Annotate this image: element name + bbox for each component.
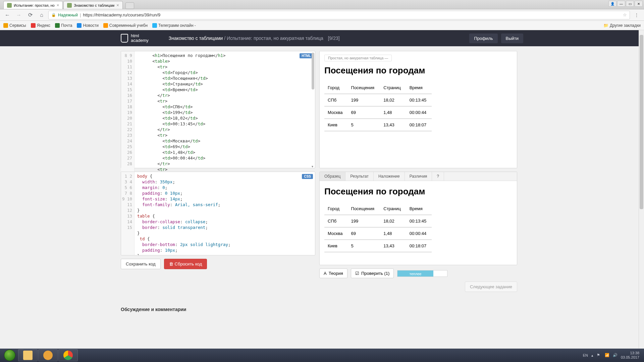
preview-table: ГородПосещенияСтраницВремяСПб19918,0200:…	[324, 82, 432, 131]
taskbar-item-explorer[interactable]	[18, 349, 38, 361]
back-button[interactable]: ←	[3, 10, 12, 20]
code-content[interactable]: <h1>Посещения по городам</h1> <table> <t…	[135, 51, 315, 174]
folder-icon	[23, 351, 33, 360]
table-header-cell: Страниц	[380, 82, 406, 94]
bookmark-star-icon[interactable]: ☆	[623, 12, 627, 17]
user-icon[interactable]: 👤	[608, 1, 616, 7]
table-cell: 00:13:45	[406, 215, 432, 227]
window-controls: 👤 — ▭ ✕	[608, 1, 643, 7]
font-icon: A	[324, 271, 327, 276]
html-badge: HTML	[300, 53, 313, 58]
logo[interactable]: html academy	[121, 34, 149, 43]
profile-button[interactable]: Профиль	[469, 34, 497, 43]
compare-title: Посещения по городам	[324, 186, 512, 197]
tray-chevron-icon[interactable]: ▴	[591, 353, 593, 358]
table-row: СПб19918,0200:13:45	[324, 215, 432, 227]
similarity-progress: теплее	[397, 270, 447, 277]
table-header-cell: Посещения	[348, 82, 380, 94]
task-progress-count: [9/23]	[328, 36, 340, 41]
tab-overlay[interactable]: Наложение	[374, 172, 405, 181]
line-gutter: 1 2 3 4 5 6 7 8 9 10 11 12 13 14 15	[121, 172, 135, 255]
browser-tab[interactable]: Знакомство с таблицам ×	[63, 1, 122, 9]
table-cell: 199	[348, 215, 380, 227]
secure-label: Надежный	[58, 13, 78, 17]
table-cell: 00:18:07	[406, 240, 432, 252]
close-button[interactable]: ✕	[635, 1, 643, 7]
taskbar-item-app[interactable]	[38, 349, 58, 361]
home-button[interactable]: ⌂	[37, 10, 46, 20]
breadcrumb-task: Испытание: простая, но аккуратная таблиц…	[227, 36, 323, 41]
maximize-button[interactable]: ▭	[626, 1, 634, 7]
volume-icon[interactable]: 🔊	[613, 353, 618, 358]
close-icon[interactable]: ×	[57, 3, 59, 8]
menu-button[interactable]: ⋮	[632, 13, 641, 17]
table-cell: 00:00:44	[406, 106, 432, 119]
compare-body: Посещения по городам ГородПосещенияСтран…	[320, 181, 517, 265]
flag-icon[interactable]: ⚑	[597, 353, 601, 358]
taskbar-item-chrome[interactable]	[58, 349, 78, 361]
network-icon[interactable]: 📶	[605, 353, 609, 358]
reset-button[interactable]: 🗑Сбросить код	[164, 259, 207, 269]
bookmark-label: Современный учебн	[109, 23, 148, 28]
tab-diff[interactable]: Различия	[405, 172, 432, 181]
code-content[interactable]: body { width: 350px; margin: 0; padding:…	[135, 172, 315, 255]
bookmarks-more[interactable]: 📁 Другие закладки	[603, 23, 641, 28]
reload-button[interactable]: ⟳	[25, 10, 35, 20]
bookmark-label: Новости	[83, 23, 98, 28]
logo-text: html academy	[131, 34, 149, 43]
table-cell: Киев	[324, 240, 348, 252]
url-text: https://htmlacademy.ru/courses/39/run/9	[83, 12, 160, 17]
preview-title: Посещения по городам	[324, 65, 512, 76]
save-button[interactable]: Сохранить код	[121, 259, 161, 269]
folder-icon: 📁	[603, 23, 608, 28]
html-editor[interactable]: HTML 8 9 10 11 12 13 14 15 16 17 18 19 2…	[121, 51, 315, 168]
minimize-button[interactable]: —	[617, 1, 625, 7]
bookmark-item[interactable]: Телеграмм онлайн -	[152, 23, 196, 28]
url-input[interactable]: 🔒 Надежный | https://htmlacademy.ru/cour…	[48, 11, 630, 19]
tab-sample[interactable]: Образец	[320, 172, 345, 181]
chevron-down-icon[interactable]: ▾	[312, 165, 315, 168]
scroll-thumb[interactable]	[312, 53, 314, 89]
bookmark-item[interactable]: Современный учебн	[103, 23, 148, 28]
breadcrumb-course[interactable]: Знакомство с таблицами	[169, 36, 223, 41]
new-tab-button[interactable]	[125, 2, 134, 9]
browser-tab-active[interactable]: Испытание: простая, но ×	[3, 1, 63, 9]
table-row: Москва691,4800:00:44	[324, 227, 432, 240]
css-editor[interactable]: CSS 1 2 3 4 5 6 7 8 9 10 11 12 13 14 15 …	[121, 172, 315, 255]
logout-button[interactable]: Выйти	[501, 34, 524, 43]
next-task-button[interactable]: Следующее задание	[465, 282, 517, 292]
bookmark-item[interactable]: Яндекс	[31, 23, 50, 28]
page-scrollbar[interactable]	[639, 30, 644, 349]
shield-icon	[121, 34, 128, 43]
bookmark-item[interactable]: Почта	[55, 23, 72, 28]
grid-icon	[3, 23, 8, 28]
trash-icon: 🗑	[169, 261, 173, 266]
discussion-section: Обсуждение и комментарии	[0, 307, 644, 312]
help-button[interactable]: ?	[432, 172, 444, 181]
tab-title: Знакомство с таблицам	[74, 3, 114, 7]
editor-scrollbar[interactable]	[312, 53, 314, 167]
table-cell: 18,02	[380, 215, 406, 227]
table-cell: 1,48	[380, 227, 406, 240]
theory-button[interactable]: A Теория	[319, 268, 347, 278]
action-row: A Теория ☑ Проверить (1) теплее	[319, 268, 517, 278]
result-preview: Простая, но аккуратная таблица — Посещен…	[319, 51, 517, 168]
table-cell: 00:13:45	[406, 94, 432, 106]
language-indicator[interactable]: EN	[583, 353, 588, 357]
tab-result[interactable]: Результат	[345, 172, 374, 181]
table-row: СПб19918,0200:13:45	[324, 94, 432, 106]
editor-buttons: Сохранить код 🗑Сбросить код	[121, 259, 315, 269]
close-icon[interactable]: ×	[116, 3, 119, 8]
bookmark-label: Почта	[61, 23, 72, 28]
discussion-heading: Обсуждение и комментарии	[121, 307, 523, 312]
table-header-cell: Город	[324, 82, 348, 94]
bookmark-label: Яндекс	[37, 23, 50, 28]
start-button[interactable]	[1, 349, 18, 361]
scroll-thumb[interactable]	[640, 35, 643, 209]
clock[interactable]: 13:38 03.05.2017	[621, 351, 639, 360]
table-cell: Киев	[324, 119, 348, 131]
apps-button[interactable]: Сервисы	[3, 23, 26, 28]
check-button[interactable]: ☑ Проверить (1)	[351, 268, 394, 278]
bookmark-item[interactable]: Новости	[77, 23, 98, 28]
forward-button[interactable]: →	[14, 10, 23, 20]
